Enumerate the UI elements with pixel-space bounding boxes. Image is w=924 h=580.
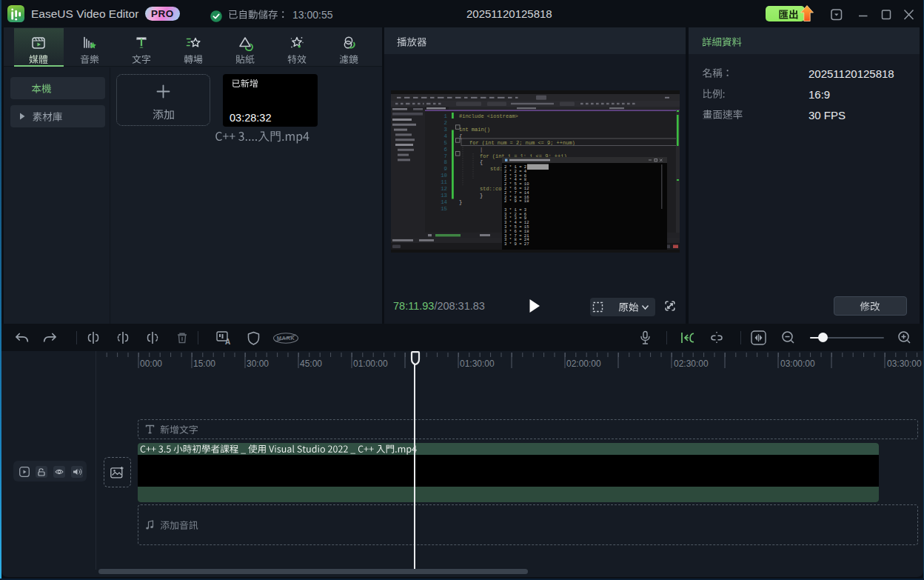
svg-text:#include <iostream>: #include <iostream> [459,113,518,119]
svg-text:}: } [480,193,483,199]
svg-text:3 * 9 = 27: 3 * 9 = 27 [504,241,529,247]
svg-text:1: 1 [444,113,448,119]
svg-text:A: A [225,338,230,345]
svg-text:2 * 9 = 18: 2 * 9 = 18 [504,199,529,204]
svg-text:4: 4 [444,133,448,139]
svg-text:13: 13 [441,193,447,199]
svg-text:}: } [459,199,462,205]
svg-text:12: 12 [441,186,447,192]
svg-text:14: 14 [441,199,447,205]
svg-text:15: 15 [441,206,447,212]
svg-text:int main(): int main() [459,127,490,133]
svg-text:9: 9 [444,166,447,172]
svg-text:std::cou: std::cou [480,186,505,192]
svg-text:5: 5 [444,140,447,146]
svg-text:11: 11 [441,179,447,185]
svg-text:10: 10 [441,173,447,179]
svg-text:2: 2 [444,120,447,126]
svg-text:{: { [480,159,483,165]
svg-text:6: 6 [444,147,447,153]
svg-text:7: 7 [444,153,447,159]
svg-text:for (int num = 2; num <= 9; ++: for (int num = 2; num <= 9; ++num) [469,140,575,146]
svg-text:8: 8 [444,159,447,165]
svg-text:|: | [480,147,483,153]
svg-text:3: 3 [444,127,447,133]
